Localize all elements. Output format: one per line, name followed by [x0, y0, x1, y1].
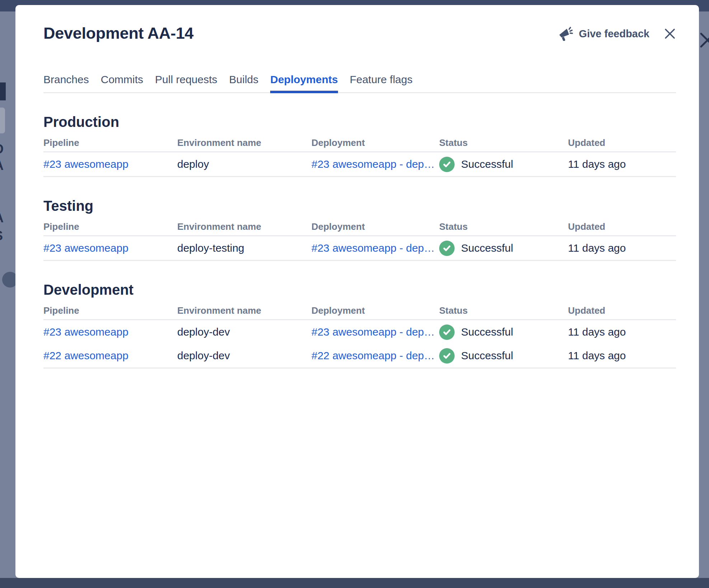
updated-label: 11 days ago	[568, 326, 676, 338]
background-page-fragment	[0, 108, 5, 133]
tab-builds[interactable]: Builds	[229, 73, 259, 92]
column-header-updated: Updated	[568, 137, 676, 148]
background-page-fragment	[0, 82, 6, 100]
section-heading: Development	[43, 281, 676, 298]
column-header-environment: Environment name	[177, 305, 311, 316]
deployment-link[interactable]: #23 awesomeapp - dep…	[311, 326, 435, 338]
column-header-pipeline: Pipeline	[43, 221, 177, 232]
column-header-updated: Updated	[568, 221, 676, 232]
page-title: Development AA-14	[43, 24, 193, 43]
status-badge: Successful	[439, 348, 568, 364]
megaphone-icon	[558, 27, 573, 41]
tab-branches[interactable]: Branches	[43, 73, 89, 92]
deployment-link[interactable]: #22 awesomeapp - dep…	[311, 350, 435, 361]
pipeline-link[interactable]: #22 awesomeapp	[43, 350, 128, 361]
table-header-row: Pipeline Environment name Deployment Sta…	[43, 305, 676, 320]
close-icon	[664, 35, 676, 41]
check-circle-icon	[439, 241, 455, 256]
environment-name: deploy-dev	[177, 350, 311, 362]
column-header-deployment: Deployment	[311, 305, 439, 316]
pipeline-link[interactable]: #23 awesomeapp	[43, 158, 128, 170]
updated-label: 11 days ago	[568, 242, 676, 254]
pipeline-link[interactable]: #23 awesomeapp	[43, 242, 128, 254]
background-page-text-fragment: S	[0, 229, 3, 242]
section-production: Production Pipeline Environment name Dep…	[43, 113, 676, 177]
background-page-text-fragment: A	[0, 159, 4, 172]
environment-name: deploy-dev	[177, 326, 311, 338]
tab-bar: Branches Commits Pull requests Builds De…	[43, 73, 676, 93]
table-row: #23 awesomeapp deploy-testing #23 awesom…	[43, 236, 676, 260]
tab-feature-flags[interactable]: Feature flags	[350, 73, 413, 92]
updated-label: 11 days ago	[568, 350, 676, 362]
column-header-deployment: Deployment	[311, 137, 439, 148]
tab-pull-requests[interactable]: Pull requests	[155, 73, 217, 92]
environment-name: deploy-testing	[177, 242, 311, 254]
pipeline-link[interactable]: #23 awesomeapp	[43, 326, 128, 338]
column-header-pipeline: Pipeline	[43, 305, 177, 316]
section-testing: Testing Pipeline Environment name Deploy…	[43, 197, 676, 261]
close-button[interactable]	[664, 28, 676, 40]
deployments-dialog: Development AA-14 Give feedback	[15, 5, 699, 578]
table-body: #23 awesomeapp deploy-dev #23 awesomeapp…	[43, 320, 676, 369]
status-label: Successful	[461, 242, 513, 254]
table-row: #23 awesomeapp deploy #23 awesomeapp - d…	[43, 152, 676, 176]
tab-deployments[interactable]: Deployments	[270, 73, 338, 93]
section-heading: Production	[43, 113, 676, 131]
background-page-text-fragment: D	[0, 143, 4, 156]
check-circle-icon	[439, 324, 455, 340]
column-header-status: Status	[439, 305, 568, 316]
column-header-status: Status	[439, 221, 568, 232]
updated-label: 11 days ago	[568, 158, 676, 170]
column-header-pipeline: Pipeline	[43, 137, 177, 148]
table-header-row: Pipeline Environment name Deployment Sta…	[43, 221, 676, 236]
environment-name: deploy	[177, 158, 311, 170]
status-badge: Successful	[439, 157, 568, 172]
column-header-updated: Updated	[568, 305, 676, 316]
table-row: #22 awesomeapp deploy-dev #22 awesomeapp…	[43, 344, 676, 368]
section-development: Development Pipeline Environment name De…	[43, 281, 676, 369]
deployment-link[interactable]: #23 awesomeapp - dep…	[311, 242, 435, 254]
dialog-header: Development AA-14 Give feedback	[43, 24, 676, 43]
status-label: Successful	[461, 158, 513, 170]
background-close-icon	[698, 31, 709, 49]
give-feedback-label: Give feedback	[579, 28, 649, 40]
table-row: #23 awesomeapp deploy-dev #23 awesomeapp…	[43, 320, 676, 344]
column-header-status: Status	[439, 137, 568, 148]
status-badge: Successful	[439, 324, 568, 340]
column-header-deployment: Deployment	[311, 221, 439, 232]
deployment-link[interactable]: #23 awesomeapp - dep…	[311, 158, 435, 170]
status-label: Successful	[461, 326, 513, 338]
background-page-text-fragment: A	[0, 212, 4, 224]
column-header-environment: Environment name	[177, 221, 311, 232]
give-feedback-button[interactable]: Give feedback	[558, 27, 649, 41]
check-circle-icon	[439, 157, 455, 172]
tab-commits[interactable]: Commits	[101, 73, 143, 92]
background-page-bottom-band	[0, 578, 709, 588]
check-circle-icon	[439, 348, 455, 364]
status-badge: Successful	[439, 241, 568, 256]
section-heading: Testing	[43, 197, 676, 214]
status-label: Successful	[461, 350, 513, 362]
table-header-row: Pipeline Environment name Deployment Sta…	[43, 137, 676, 152]
table-body: #23 awesomeapp deploy-testing #23 awesom…	[43, 236, 676, 261]
column-header-environment: Environment name	[177, 137, 311, 148]
dialog-header-actions: Give feedback	[558, 27, 676, 41]
table-body: #23 awesomeapp deploy #23 awesomeapp - d…	[43, 152, 676, 177]
